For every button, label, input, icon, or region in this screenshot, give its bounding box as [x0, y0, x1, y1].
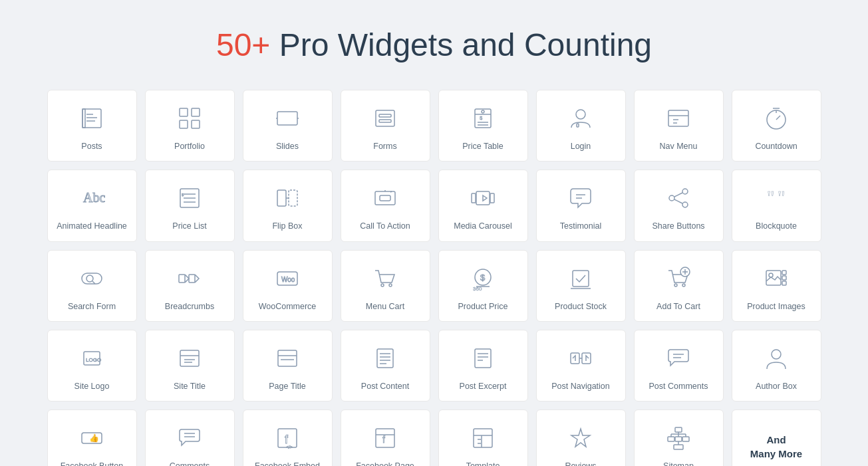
- post-navigation-icon: [565, 342, 597, 374]
- svg-rect-123: [668, 437, 674, 441]
- svg-rect-60: [179, 275, 185, 283]
- reviews-label: Reviews: [565, 461, 596, 466]
- page-title-label: Page Title: [269, 381, 306, 392]
- facebook-embed-label: Facebook Embed: [255, 461, 320, 466]
- facebook-page-icon: f: [369, 422, 401, 454]
- animated-headline-icon: Abc: [76, 182, 108, 214]
- widget-card-product-images[interactable]: Product Images: [732, 250, 821, 322]
- widget-card-price-list[interactable]: $Price List: [145, 170, 235, 241]
- call-to-action-icon: [369, 182, 401, 214]
- widget-card-breadcrumbs[interactable]: Breadcrumbs: [145, 250, 235, 322]
- slides-label: Slides: [276, 141, 299, 152]
- svg-marker-121: [571, 429, 590, 447]
- svg-rect-130: [674, 445, 683, 449]
- share-buttons-icon: [662, 182, 694, 214]
- widget-card-and-many-more[interactable]: AndMany More: [732, 409, 821, 466]
- svg-rect-96: [475, 349, 491, 368]
- post-comments-label: Post Comments: [649, 381, 708, 392]
- widget-card-product-price[interactable]: $360Product Price: [438, 250, 528, 322]
- svg-rect-6: [192, 108, 200, 116]
- widget-card-page-title[interactable]: Page Title: [243, 330, 333, 402]
- widget-card-add-to-cart[interactable]: Add To Cart: [634, 250, 724, 322]
- price-table-label: Price Table: [462, 141, 504, 152]
- widget-card-facebook-embed[interactable]: f</>Facebook Embed: [243, 409, 333, 466]
- svg-rect-46: [472, 193, 476, 203]
- nav-menu-label: Nav Menu: [660, 141, 698, 152]
- call-to-action-label: Call To Action: [360, 221, 410, 231]
- svg-text:LOGO: LOGO: [86, 357, 101, 363]
- site-logo-label: Site Logo: [74, 381, 110, 392]
- svg-rect-88: [278, 350, 297, 366]
- site-title-icon: [174, 342, 206, 374]
- search-form-label: Search Form: [68, 301, 116, 312]
- product-price-label: Product Price: [458, 301, 507, 312]
- svg-text:f: f: [285, 433, 289, 446]
- login-label: Login: [571, 141, 591, 152]
- widget-card-media-carousel[interactable]: Media Carousel: [438, 170, 528, 241]
- svg-rect-37: [277, 190, 286, 206]
- widget-card-login[interactable]: Login: [536, 90, 626, 162]
- portfolio-icon: [174, 102, 206, 134]
- svg-rect-23: [668, 110, 688, 126]
- widget-card-product-stock[interactable]: Product Stock: [536, 250, 626, 322]
- svg-rect-84: [180, 350, 199, 366]
- facebook-embed-icon: f</>: [271, 422, 303, 454]
- and-many-more-label: AndMany More: [750, 433, 802, 461]
- widget-card-comments[interactable]: Comments: [145, 409, 235, 466]
- widget-card-reviews[interactable]: Reviews: [536, 409, 626, 466]
- widget-card-facebook-button[interactable]: 👍Facebook Button: [47, 409, 137, 466]
- svg-line-53: [674, 193, 682, 197]
- widget-card-sitemap[interactable]: Sitemap: [634, 409, 724, 466]
- widget-card-testimonial[interactable]: Testimonial: [536, 170, 626, 241]
- sitemap-icon: [662, 422, 694, 454]
- widget-card-price-table[interactable]: $Price Table: [438, 90, 528, 162]
- author-box-label: Author Box: [756, 381, 797, 392]
- price-table-icon: $: [467, 102, 499, 134]
- comments-icon: [174, 422, 206, 454]
- widget-card-blockquote[interactable]: ""Blockquote: [732, 170, 821, 241]
- widget-card-woocommerce[interactable]: WooWooCommerce: [243, 250, 333, 322]
- widget-card-forms[interactable]: Forms: [341, 90, 430, 162]
- animated-headline-label: Animated Headline: [57, 221, 127, 231]
- widget-card-slides[interactable]: Slides: [243, 90, 333, 162]
- svg-rect-4: [82, 109, 85, 128]
- widget-card-nav-menu[interactable]: Nav Menu: [634, 90, 724, 162]
- svg-text:$: $: [480, 273, 486, 283]
- widget-card-menu-cart[interactable]: Menu Cart: [341, 250, 430, 322]
- widget-card-call-to-action[interactable]: Call To Action: [341, 170, 430, 241]
- price-list-icon: $: [174, 182, 206, 214]
- svg-rect-113: [376, 429, 394, 447]
- add-to-cart-label: Add To Cart: [656, 301, 700, 312]
- widget-card-post-content[interactable]: Post Content: [341, 330, 430, 402]
- widget-card-post-excerpt[interactable]: Post Excerpt: [438, 330, 528, 402]
- widget-card-post-comments[interactable]: Post Comments: [634, 330, 724, 402]
- svg-line-43: [390, 191, 392, 192]
- svg-rect-8: [192, 120, 200, 128]
- widget-card-template[interactable]: Template: [438, 409, 528, 466]
- widget-card-site-title[interactable]: Site Title: [145, 330, 235, 402]
- login-icon: [565, 102, 597, 134]
- widget-card-flip-box[interactable]: Flip Box: [243, 170, 333, 241]
- search-form-icon: [76, 263, 108, 294]
- widget-card-animated-headline[interactable]: AbcAnimated Headline: [47, 170, 137, 241]
- facebook-button-label: Facebook Button: [61, 461, 124, 466]
- widget-card-posts[interactable]: Posts: [47, 90, 137, 162]
- flip-box-icon: [271, 182, 303, 214]
- author-box-icon: [760, 342, 792, 374]
- widget-card-countdown[interactable]: Countdown: [732, 90, 821, 162]
- widget-card-post-navigation[interactable]: Post Navigation: [536, 330, 626, 402]
- post-content-icon: [369, 342, 401, 374]
- page-title-icon: [271, 342, 303, 374]
- widgets-grid: PostsPortfolioSlidesForms$Price TableLog…: [47, 90, 821, 466]
- svg-point-50: [682, 189, 688, 194]
- svg-text:": ": [778, 187, 785, 207]
- widget-card-facebook-page[interactable]: fFacebook Page: [341, 409, 430, 466]
- widget-card-author-box[interactable]: Author Box: [732, 330, 821, 402]
- svg-rect-116: [474, 429, 492, 447]
- svg-rect-7: [180, 120, 188, 128]
- blockquote-label: Blockquote: [756, 221, 797, 231]
- widget-card-share-buttons[interactable]: Share Buttons: [634, 170, 724, 241]
- widget-card-portfolio[interactable]: Portfolio: [145, 90, 235, 162]
- widget-card-site-logo[interactable]: LOGOSite Logo: [47, 330, 137, 402]
- widget-card-search-form[interactable]: Search Form: [47, 250, 137, 322]
